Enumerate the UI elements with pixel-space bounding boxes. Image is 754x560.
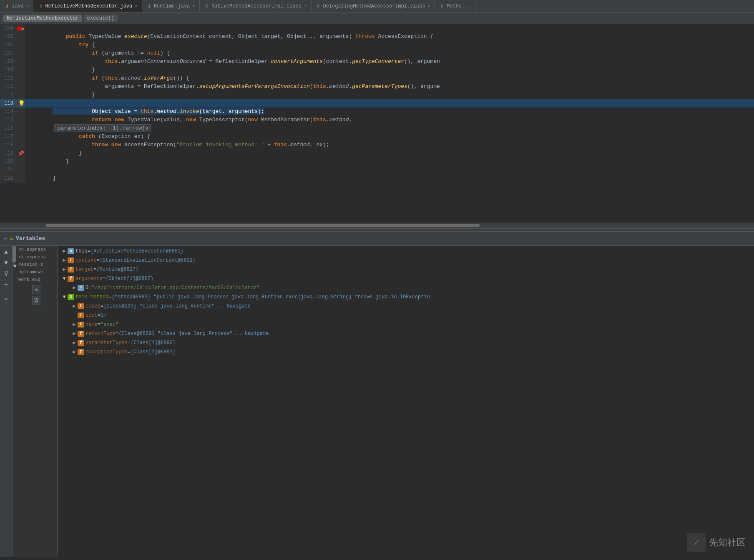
sidebar-file-4[interactable]: ngframewc <box>16 268 57 276</box>
var-arguments[interactable]: ▼ f arguments = {Object[1]@6882} <box>58 274 754 283</box>
move-down-button[interactable]: ▼ <box>2 258 11 268</box>
code-line-112: 112 ReflectionUtils.makeAccessible(this.… <box>0 91 754 99</box>
filter-button[interactable]: ⊽ <box>2 269 11 278</box>
expand-returntype[interactable]: ▶ <box>71 329 78 338</box>
code-line-111: 111 } <box>0 82 754 91</box>
sidebar-file-3[interactable]: ression.s <box>16 261 57 268</box>
var-thismethod[interactable]: ▼ m this.method = {Method@6883} "public … <box>58 292 754 302</box>
line-num-113: 113 <box>0 99 17 108</box>
sidebar-file-1[interactable]: rk.express <box>16 246 57 253</box>
scroll-thumb[interactable] <box>46 224 480 227</box>
var-exceptiontypes[interactable]: ▶ f exceptionTypes = {Class[1]@6891} <box>58 348 754 357</box>
error-breakpoint-icon[interactable] <box>17 101 18 106</box>
tab-method[interactable]: C Metho... <box>435 0 475 12</box>
line-marker-116 <box>17 124 25 132</box>
line-marker-104[interactable]: ▶ <box>17 24 25 32</box>
breadcrumb-execute[interactable]: execute() <box>84 15 118 22</box>
icon-arguments: f <box>68 276 74 282</box>
val-clazz: {Class@130} "class java.lang.Runtime" <box>103 302 214 311</box>
expand-this[interactable]: ▶ <box>61 247 68 256</box>
expand-name[interactable]: ▶ <box>71 320 78 329</box>
tab-java1-label: Java <box>12 3 24 9</box>
varname-thismethod: this.method <box>75 292 108 302</box>
sidebar-icon-2[interactable]: 🖼 <box>32 296 41 305</box>
tab-delegating[interactable]: C DelegatingMethodAccessorImpl.class × <box>312 0 435 12</box>
varname-context: context <box>75 256 96 265</box>
tab-java1[interactable]: J Java × <box>0 0 33 12</box>
varname-this: this <box>75 247 88 256</box>
line-marker-119[interactable]: 📌 <box>17 149 25 158</box>
add-watch-button[interactable]: + <box>2 280 11 289</box>
sidebar-icons: ⊞ 🖼 <box>16 285 57 305</box>
tab-runtime[interactable]: J Runtime.java × <box>142 0 200 12</box>
line-code-107: this.argumentConversionOccurred = Reflec… <box>25 49 754 58</box>
line-marker-113[interactable]: 💡 <box>17 99 25 108</box>
varname-clazz: clazz <box>85 302 101 311</box>
var-context[interactable]: ▶ f context = {StandardEvaluationContext… <box>58 256 754 265</box>
val-thismethod: {Method@6883} "public java.lang.Process … <box>111 292 430 302</box>
breakpoint-icon[interactable] <box>17 26 21 31</box>
pin-back-icon[interactable]: ↩ <box>3 235 7 242</box>
var-slot[interactable]: ▶ f slot = 17 <box>58 311 754 320</box>
lightbulb-icon[interactable]: 💡 <box>18 100 25 107</box>
nav-returntype[interactable]: ... Navigate <box>233 329 269 338</box>
move-up-button[interactable]: ▲ <box>2 248 11 257</box>
tab-native-close[interactable]: × <box>304 4 307 9</box>
expand-target[interactable]: ▶ <box>61 265 68 274</box>
expand-arg0[interactable]: ▶ <box>71 283 78 292</box>
expand-parametertypes[interactable]: ▶ <box>71 338 78 348</box>
nav-clazz[interactable]: ... Navigate <box>215 302 251 311</box>
java-icon: J <box>4 3 10 9</box>
tab-reflective[interactable]: J ReflectiveMethodExecutor.java × <box>33 0 142 12</box>
tab-java1-close[interactable]: × <box>26 4 29 9</box>
icon-this: ≡ <box>68 248 74 254</box>
line-num-109: 109 <box>0 66 17 74</box>
tooltip-text: parameterIndex: -1).narrow(v <box>54 124 151 132</box>
expand-context[interactable]: ▶ <box>61 256 68 265</box>
val-returntype: {Class@6669} "class java.lang.Process" <box>118 329 233 338</box>
editor-empty-space <box>0 182 754 222</box>
action-button[interactable]: ⚙ <box>2 294 11 303</box>
tab-runtime-close[interactable]: × <box>192 4 195 9</box>
sidebar-icon-1[interactable]: ⊞ <box>32 285 41 294</box>
icon-target: f <box>68 267 74 272</box>
line-marker-115 <box>17 116 25 124</box>
tab-delegating-close[interactable]: × <box>427 4 430 9</box>
var-clazz[interactable]: ▶ f clazz = {Class@130} "class java.lang… <box>58 302 754 311</box>
line-num-120: 120 <box>0 158 17 166</box>
val-exceptiontypes: {Class[1]@6891} <box>131 348 176 357</box>
horizontal-scrollbar[interactable] <box>0 222 754 228</box>
icon-exceptiontypes: f <box>78 349 84 355</box>
sidebar-file-2[interactable]: rk.express <box>16 253 57 261</box>
breadcrumb-reflective[interactable]: ReflectiveMethodExecutor <box>3 15 82 22</box>
var-target[interactable]: ▶ f target = {Runtime@6627} <box>58 265 754 274</box>
code-line-107: 107 this.argumentConversionOccurred = Re… <box>0 49 754 58</box>
expand-exceptiontypes[interactable]: ▶ <box>71 348 78 357</box>
var-parametertypes[interactable]: ▶ f parameterTypes = {Class[1]@6890} <box>58 338 754 348</box>
vertical-scroll-thumb[interactable] <box>13 246 16 262</box>
code-line-119: 119 📌 } <box>0 149 754 158</box>
val-name: "exec" <box>101 320 118 329</box>
expand-clazz[interactable]: ▶ <box>71 302 78 311</box>
line-marker-108 <box>17 58 25 66</box>
variables-icon: ≡ <box>9 235 13 242</box>
expand-arguments[interactable]: ▼ <box>61 274 68 283</box>
line-marker-120 <box>17 158 25 166</box>
sidebar-file-5[interactable]: work.exp <box>16 276 57 283</box>
eq-this: = <box>88 247 90 256</box>
tab-reflective-close[interactable]: × <box>135 4 138 9</box>
tab-reflective-label: ReflectiveMethodExecutor.java <box>45 3 132 9</box>
tab-native[interactable]: C NativeMethodAccessorImpl.class × <box>200 0 312 12</box>
line-num-116: 116 <box>0 124 17 132</box>
vertical-scroll-arrow-down[interactable]: ▼ <box>13 263 15 266</box>
code-line-106: 106 if (arguments != null) { <box>0 41 754 49</box>
code-line-122: 122 <box>0 174 754 182</box>
variables-title: Variables <box>16 235 45 242</box>
expand-thismethod[interactable]: ▼ <box>61 292 68 302</box>
var-returntype[interactable]: ▶ f returnType = {Class@6669} "class jav… <box>58 329 754 338</box>
line-code-109: if (this.method.isVarArgs()) { <box>25 66 754 74</box>
var-name[interactable]: ▶ f name = "exec" <box>58 320 754 329</box>
var-arg0[interactable]: ▶ ≡ 0 = "/Applications/Calculator.app/Co… <box>58 283 754 292</box>
vertical-scroll-area[interactable]: ▼ <box>13 246 16 557</box>
var-this[interactable]: ▶ ≡ this = {ReflectiveMethodExecutor@688… <box>58 247 754 256</box>
